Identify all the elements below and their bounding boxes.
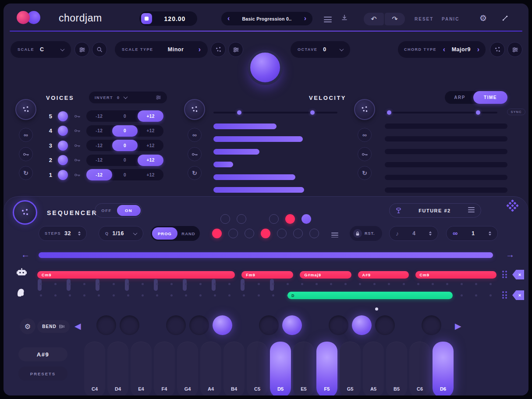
chord-lane-drag-handle[interactable] [502, 271, 508, 279]
piano-key-a5[interactable]: A5 [363, 342, 384, 395]
reset-steps-button[interactable]: RST. [350, 226, 382, 241]
octave-select[interactable]: OCTAVE 0 [291, 41, 350, 58]
chord-type-select[interactable]: CHORD TYPE ‹ Major9 › [398, 41, 486, 58]
step-indicator[interactable] [220, 214, 230, 224]
key-link-icon[interactable] [74, 173, 81, 177]
transpose-option[interactable]: -12 [86, 140, 112, 151]
black-key-knob-gs5[interactable] [352, 315, 372, 335]
step-indicator[interactable] [285, 214, 295, 224]
black-key-knob-gs4[interactable] [189, 315, 209, 335]
slider-handle[interactable] [387, 110, 391, 115]
sequence-prev-arrow[interactable]: ← [21, 250, 30, 260]
prog-rand-toggle[interactable]: PROG RAND [151, 226, 200, 241]
time-slider[interactable] [385, 112, 497, 113]
chord-type-next-icon[interactable]: › [477, 46, 479, 53]
scale-select[interactable]: SCALE C [11, 41, 71, 58]
tab-time[interactable]: TIME [473, 91, 507, 104]
mixer-button[interactable] [228, 42, 243, 57]
transpose-option[interactable]: +12 [138, 125, 163, 137]
transpose-option[interactable]: +12 [138, 110, 163, 122]
velocity-bar[interactable] [213, 174, 295, 180]
sequence-next-arrow[interactable]: → [506, 250, 514, 260]
preset-prev-icon[interactable]: ‹ [227, 15, 230, 22]
velocity-slider[interactable] [213, 112, 337, 113]
piano-key-e4[interactable]: E4 [131, 342, 152, 395]
mixer-button[interactable] [507, 42, 522, 57]
black-key-knob-ds5[interactable] [282, 315, 302, 335]
piano-key-f5[interactable]: F5 [316, 342, 337, 395]
voice-toggle[interactable] [58, 141, 68, 151]
infinity-button[interactable]: ∞ [358, 128, 372, 142]
transpose-option[interactable]: +12 [138, 140, 163, 151]
key-link-icon[interactable] [74, 114, 81, 118]
time-randomize-knob[interactable] [354, 99, 375, 120]
key-lock-button[interactable] [188, 147, 202, 161]
loop-stepper[interactable]: ∞ 1 [446, 226, 498, 241]
black-key-knob-cs5[interactable] [259, 315, 279, 335]
search-button[interactable] [92, 42, 107, 57]
redo-button[interactable]: ↷ [385, 13, 405, 25]
step-indicator[interactable] [237, 214, 246, 224]
black-key-knob-fs5[interactable] [329, 315, 348, 335]
transpose-option[interactable]: 0 [112, 155, 138, 166]
time-bar[interactable] [385, 175, 507, 180]
key-lock-button[interactable] [19, 147, 33, 161]
black-key-knob-as5[interactable] [375, 315, 395, 335]
tab-arp[interactable]: ARP [445, 91, 475, 104]
chord-type-prev-icon[interactable]: ‹ [443, 46, 445, 53]
stop-button[interactable] [141, 13, 152, 24]
stepper-arrows-icon[interactable] [489, 231, 491, 236]
transpose-option[interactable]: 0 [112, 169, 138, 180]
transpose-option[interactable]: 0 [112, 110, 138, 122]
refresh-button[interactable]: ↻ [358, 166, 372, 180]
step-indicator[interactable] [309, 229, 319, 238]
infinity-button[interactable]: ∞ [188, 128, 202, 142]
midi-patch-icon[interactable] [501, 14, 509, 24]
piano-key-e5[interactable]: E5 [293, 342, 314, 395]
black-key-knob-ds4[interactable] [120, 315, 139, 335]
piano-key-g4[interactable]: G4 [177, 342, 198, 395]
slider-handle[interactable] [310, 110, 315, 115]
velocity-randomize-knob[interactable] [184, 99, 205, 120]
chord-block[interactable]: Fm9 [241, 271, 293, 279]
step-indicator[interactable] [277, 229, 287, 238]
gear-icon[interactable]: ⚙ [479, 13, 487, 23]
time-bar[interactable] [385, 124, 507, 129]
randomize-button[interactable] [211, 42, 226, 57]
bars-stepper[interactable]: ♪ 4 [389, 226, 438, 241]
power-off-label[interactable]: OFF [95, 204, 118, 217]
slider-handle[interactable] [237, 110, 241, 115]
reset-button[interactable]: RESET [415, 17, 433, 21]
transpose-option[interactable]: 0 [112, 125, 138, 137]
infinity-button[interactable]: ∞ [19, 128, 33, 142]
transpose-option[interactable]: -12 [86, 155, 112, 166]
velocity-bar[interactable] [213, 136, 303, 142]
key-link-icon[interactable] [74, 144, 81, 148]
refresh-button[interactable]: ↻ [19, 166, 33, 180]
quantize-select[interactable]: Q 1/16 [99, 226, 143, 241]
piano-key-a4[interactable]: A4 [200, 342, 221, 395]
randomize-button[interactable] [490, 42, 505, 57]
piano-key-f4[interactable]: F4 [154, 342, 175, 395]
chord-block[interactable]: G#maj9 [300, 271, 351, 279]
piano-key-c6[interactable]: C6 [409, 342, 430, 395]
chord-block[interactable]: Cm9 [37, 271, 235, 279]
steps-stepper[interactable]: STEPS 32 [39, 226, 87, 241]
black-key-knob-fs4[interactable] [166, 315, 186, 335]
voice-toggle[interactable] [58, 111, 68, 121]
undo-button[interactable]: ↶ [364, 13, 384, 25]
step-indicator[interactable] [269, 214, 279, 224]
piano-key-g5[interactable]: G5 [340, 342, 361, 395]
scale-type-next-icon[interactable]: › [199, 46, 201, 53]
stepper-arrows-icon[interactable] [429, 231, 432, 236]
piano-key-b5[interactable]: B5 [386, 342, 407, 395]
invert-control[interactable]: INVERT 0 [89, 92, 167, 103]
piano-key-d6[interactable]: D6 [433, 342, 454, 395]
main-chord-knob[interactable] [248, 50, 283, 85]
menu-icon[interactable] [324, 17, 332, 24]
scale-type-select[interactable]: SCALE TYPE Minor › [115, 41, 208, 58]
key-link-icon[interactable] [74, 129, 81, 133]
mixer-button[interactable] [74, 42, 89, 57]
step-indicator[interactable] [293, 229, 303, 238]
step-indicator[interactable] [228, 229, 238, 238]
